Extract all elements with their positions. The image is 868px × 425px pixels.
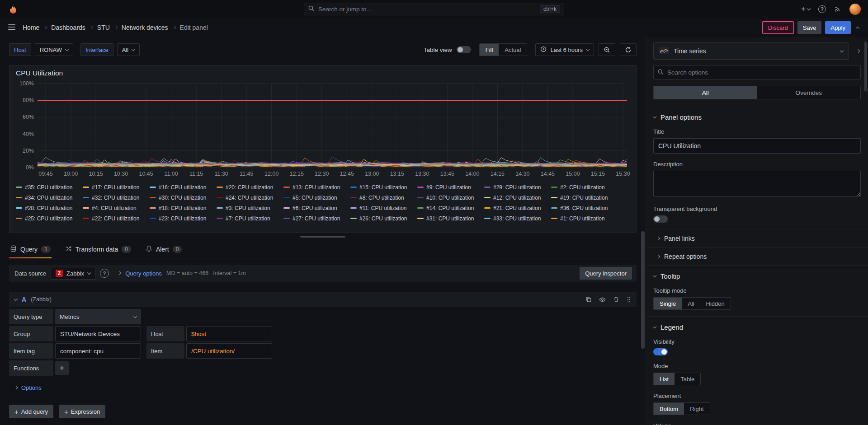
drag-query-icon[interactable] <box>627 296 631 303</box>
add-expression-button[interactable]: +Expression <box>59 405 105 418</box>
legend-placement-right[interactable]: Right <box>684 403 709 415</box>
tab-alert[interactable]: Alert 0 <box>145 240 183 258</box>
legend-item[interactable]: #4: CPU utilization <box>83 203 150 213</box>
refresh-button[interactable] <box>620 43 637 56</box>
zoom-out-button[interactable] <box>599 43 615 56</box>
legend-item[interactable]: #6: CPU utilization <box>283 203 350 213</box>
legend-item[interactable]: #16: CPU utilization <box>150 182 217 192</box>
legend-placement-bottom[interactable]: Bottom <box>654 403 684 415</box>
tab-query[interactable]: Query 1 <box>9 240 52 258</box>
main-scrollbar[interactable] <box>641 231 645 349</box>
save-button[interactable]: Save <box>797 21 822 34</box>
breadcrumb-item[interactable]: Home <box>23 24 39 31</box>
tooltip-mode-single[interactable]: Single <box>654 298 682 309</box>
breadcrumb-item[interactable]: STU <box>97 24 110 31</box>
breadcrumb-item[interactable]: Network devices <box>122 24 168 31</box>
legend-item[interactable]: #20: CPU utilization <box>217 182 283 192</box>
legend-item[interactable]: #11: CPU utilization <box>350 203 417 213</box>
query-inspector-button[interactable]: Query inspector <box>580 267 632 280</box>
legend-item[interactable]: #24: CPU utilization <box>217 192 283 203</box>
options-scrollbar[interactable] <box>864 42 867 91</box>
legend-item[interactable]: #3: CPU utilization <box>217 203 283 213</box>
item-tag-input[interactable] <box>55 343 141 359</box>
legend-item[interactable]: #12: CPU utilization <box>484 192 551 203</box>
legend-item[interactable]: #9: CPU utilization <box>417 182 484 192</box>
legend-item[interactable]: #13: CPU utilization <box>283 182 350 192</box>
group-input[interactable] <box>55 326 141 341</box>
variable-value-host[interactable]: RONAW <box>35 43 73 56</box>
section-panel-links[interactable]: Panel links <box>646 229 868 247</box>
tab-overrides[interactable]: Overrides <box>757 86 861 99</box>
legend-item[interactable]: #30: CPU utilization <box>150 192 217 203</box>
news-icon[interactable] <box>834 5 841 13</box>
legend-item[interactable]: #19: CPU utilization <box>551 192 618 203</box>
legend-item[interactable]: #32: CPU utilization <box>83 192 150 203</box>
new-button[interactable]: + <box>801 5 810 14</box>
legend-item[interactable]: #34: CPU utilization <box>16 192 83 203</box>
legend-item[interactable]: #2: CPU utilization <box>551 182 618 192</box>
legend-item[interactable]: #7: CPU utilization <box>217 213 283 224</box>
legend-item[interactable]: #10: CPU utilization <box>417 192 484 203</box>
collapse-header-icon[interactable] <box>854 24 861 32</box>
legend-item[interactable]: #26: CPU utilization <box>350 213 417 224</box>
legend-item[interactable]: #21: CPU utilization <box>484 203 551 213</box>
breadcrumb-item[interactable]: Dashboards <box>51 24 85 31</box>
apply-button[interactable]: Apply <box>825 21 851 34</box>
editor-resize-handle[interactable] <box>300 236 345 238</box>
legend-item[interactable]: #14: CPU utilization <box>417 203 484 213</box>
legend-item[interactable]: #27: CPU utilization <box>283 213 350 224</box>
time-range-picker[interactable]: Last 6 hours <box>535 43 594 56</box>
legend-item[interactable]: #29: CPU utilization <box>484 182 551 192</box>
add-query-button[interactable]: +Add query <box>9 405 53 418</box>
query-ref-id[interactable]: A <box>22 296 26 303</box>
table-view-toggle[interactable] <box>457 46 471 53</box>
fill-option[interactable]: Fill <box>480 44 499 56</box>
legend-item[interactable]: #22: CPU utilization <box>83 213 150 224</box>
query-options-section-toggle[interactable]: Options <box>21 384 42 391</box>
legend-mode-table[interactable]: Table <box>675 373 700 385</box>
query-options-toggle[interactable]: Query options <box>125 270 162 277</box>
legend-item[interactable]: #18: CPU utilization <box>150 203 217 213</box>
tooltip-mode-all[interactable]: All <box>682 298 700 309</box>
legend-item[interactable]: #35: CPU utilization <box>16 182 83 192</box>
panel-description-input[interactable] <box>653 171 861 197</box>
tooltip-header[interactable]: Tooltip <box>646 266 868 286</box>
visualization-picker[interactable]: Time series <box>653 42 849 60</box>
section-repeat-options[interactable]: Repeat options <box>646 247 868 265</box>
legend-item[interactable]: #31: CPU utilization <box>417 213 484 224</box>
hide-query-icon[interactable] <box>599 296 606 303</box>
legend-item[interactable]: #1: CPU utilization <box>551 213 618 224</box>
item-input[interactable] <box>186 343 272 359</box>
legend-mode-list[interactable]: List <box>654 373 675 385</box>
global-search-input[interactable]: Search or jump to... ctrl+k <box>304 3 564 15</box>
legend-item[interactable]: #23: CPU utilization <box>150 213 217 224</box>
delete-query-icon[interactable] <box>613 296 619 303</box>
grafana-logo-icon[interactable] <box>7 3 19 15</box>
tab-all[interactable]: All <box>654 86 757 99</box>
user-avatar[interactable] <box>849 4 861 15</box>
menu-toggle-icon[interactable] <box>7 23 16 33</box>
add-function-button[interactable]: + <box>55 361 69 375</box>
legend-item[interactable]: #36: CPU utilization <box>551 203 618 213</box>
query-a-header[interactable]: A (Zabbix) <box>9 292 637 307</box>
legend-item[interactable]: #17: CPU utilization <box>83 182 150 192</box>
legend-item[interactable]: #33: CPU utilization <box>484 213 551 224</box>
panel-title-input[interactable] <box>653 138 861 154</box>
datasource-help-icon[interactable]: ? <box>100 269 109 278</box>
transparent-background-toggle[interactable] <box>653 215 668 223</box>
discard-button[interactable]: Discard <box>762 21 794 34</box>
duplicate-query-icon[interactable] <box>585 296 592 303</box>
help-icon[interactable]: ? <box>818 5 826 13</box>
variable-value-interface[interactable]: All <box>117 43 140 56</box>
panel-title[interactable]: CPU Utilization <box>16 69 631 77</box>
legend-item[interactable]: #28: CPU utilization <box>16 203 83 213</box>
datasource-picker[interactable]: Z Zabbix <box>51 267 95 280</box>
query-type-select[interactable]: Metrics <box>55 309 141 324</box>
tooltip-mode-hidden[interactable]: Hidden <box>700 298 731 309</box>
legend-item[interactable]: #8: CPU utilization <box>350 192 417 203</box>
host-input[interactable] <box>186 326 272 341</box>
options-search[interactable] <box>653 65 861 79</box>
legend-item[interactable]: #5: CPU utilization <box>283 192 350 203</box>
panel-options-header[interactable]: Panel options <box>646 107 868 127</box>
tab-transform[interactable]: Transform data 0 <box>64 240 132 258</box>
